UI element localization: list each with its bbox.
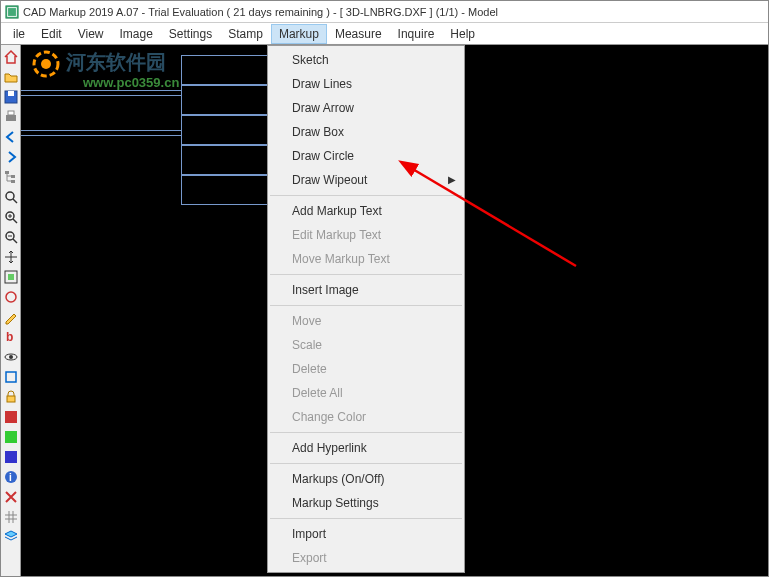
tool-open-icon[interactable] [2,68,20,86]
menu-inquire[interactable]: Inquire [390,24,443,44]
tool-eye-icon[interactable] [2,348,20,366]
tool-text-icon[interactable]: b [2,328,20,346]
svg-line-10 [13,199,17,203]
menuitem-add-hyperlink[interactable]: Add Hyperlink [268,436,464,460]
menuitem-change-color: Change Color [268,405,464,429]
svg-line-16 [13,239,17,243]
menu-stamp[interactable]: Stamp [220,24,271,44]
svg-rect-4 [6,115,16,121]
tool-layers-icon[interactable] [2,528,20,546]
tool-lock-icon[interactable] [2,388,20,406]
menu-help[interactable]: Help [442,24,483,44]
title-text: CAD Markup 2019 A.07 - Trial Evaluation … [23,6,498,18]
svg-rect-6 [5,171,9,174]
menuitem-draw-wipeout[interactable]: Draw Wipeout▶ [268,168,464,192]
svg-text:b: b [6,330,13,344]
svg-rect-24 [6,372,16,382]
menuitem-draw-arrow[interactable]: Draw Arrow [268,96,464,120]
menu-image[interactable]: Image [112,24,161,44]
tool-color1-icon[interactable] [2,408,20,426]
tool-info-icon[interactable]: i [2,468,20,486]
tool-zoom-icon[interactable] [2,188,20,206]
svg-rect-8 [11,180,15,183]
menu-settings[interactable]: Settings [161,24,220,44]
tool-next-icon[interactable] [2,148,20,166]
tool-fit-icon[interactable] [2,268,20,286]
tool-home-icon[interactable] [2,48,20,66]
menu-separator [270,305,462,306]
left-toolbar: bi [1,45,21,577]
menu-separator [270,518,462,519]
menuitem-delete: Delete [268,357,464,381]
tool-color3-icon[interactable] [2,448,20,466]
markup-dropdown-menu: SketchDraw LinesDraw ArrowDraw BoxDraw C… [267,45,465,573]
tool-box-icon[interactable] [2,368,20,386]
menu-markup[interactable]: Markup [271,24,327,44]
menu-edit[interactable]: Edit [33,24,70,44]
menu-separator [270,463,462,464]
menuitem-scale: Scale [268,333,464,357]
menu-separator [270,432,462,433]
svg-rect-28 [5,451,17,463]
tool-grid-icon[interactable] [2,508,20,526]
tool-circle-icon[interactable] [2,288,20,306]
menu-ile[interactable]: ile [5,24,33,44]
svg-text:i: i [9,472,12,483]
tool-prev-icon[interactable] [2,128,20,146]
svg-point-23 [9,355,13,359]
menu-measure[interactable]: Measure [327,24,390,44]
menubar: ileEditViewImageSettingsStampMarkupMeasu… [1,23,768,45]
menu-separator [270,195,462,196]
tool-print-icon[interactable] [2,108,20,126]
tool-pencil-icon[interactable] [2,308,20,326]
menuitem-export: Export [268,546,464,570]
tool-tree-icon[interactable] [2,168,20,186]
tool-zoomin-icon[interactable] [2,208,20,226]
svg-rect-5 [8,111,14,115]
menuitem-move: Move [268,309,464,333]
menuitem-sketch[interactable]: Sketch [268,48,464,72]
svg-point-20 [6,292,16,302]
tool-color2-icon[interactable] [2,428,20,446]
titlebar: CAD Markup 2019 A.07 - Trial Evaluation … [1,1,768,23]
tool-zoomout-icon[interactable] [2,228,20,246]
menu-view[interactable]: View [70,24,112,44]
svg-rect-27 [5,431,17,443]
tool-save-icon[interactable] [2,88,20,106]
svg-line-12 [13,219,17,223]
menuitem-markup-settings[interactable]: Markup Settings [268,491,464,515]
svg-rect-19 [8,274,14,280]
menuitem-draw-circle[interactable]: Draw Circle [268,144,464,168]
tool-pan-icon[interactable] [2,248,20,266]
svg-rect-25 [7,396,15,402]
svg-rect-3 [8,91,14,96]
menuitem-move-markup-text: Move Markup Text [268,247,464,271]
app-icon [5,5,19,19]
submenu-arrow-icon: ▶ [448,174,456,185]
svg-rect-7 [11,175,15,178]
menuitem-edit-markup-text: Edit Markup Text [268,223,464,247]
svg-rect-26 [5,411,17,423]
menuitem-import[interactable]: Import [268,522,464,546]
menu-separator [270,274,462,275]
tool-close-icon[interactable] [2,488,20,506]
svg-point-9 [6,192,14,200]
menuitem-draw-box[interactable]: Draw Box [268,120,464,144]
menuitem-delete-all: Delete All [268,381,464,405]
menuitem-draw-lines[interactable]: Draw Lines [268,72,464,96]
menuitem-insert-image[interactable]: Insert Image [268,278,464,302]
menuitem-add-markup-text[interactable]: Add Markup Text [268,199,464,223]
menuitem-markups-on-off-[interactable]: Markups (On/Off) [268,467,464,491]
